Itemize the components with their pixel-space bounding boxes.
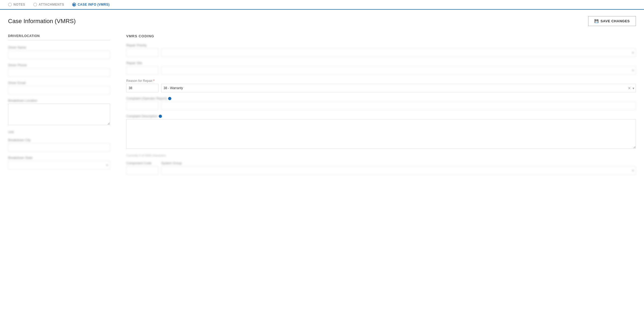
repair-site-group: Repair Site	[126, 61, 636, 75]
breakdown-location-label: Breakdown Location	[8, 99, 110, 103]
driver-name-label: Driver Name	[8, 46, 110, 49]
breakdown-state-field: Breakdown State	[8, 156, 110, 169]
reason-desc-controls: ✕ ▼	[628, 86, 635, 90]
breakdown-city-field: Breakdown City	[8, 138, 110, 152]
driver-email-field: Driver Email	[8, 81, 110, 94]
reason-for-repair-row: ✕ ▼	[126, 84, 636, 92]
complaint-operator-group: Complaint (Operator Report)	[126, 97, 636, 110]
repair-site-desc-select[interactable]	[161, 66, 636, 75]
breakdown-city-input[interactable]	[8, 143, 110, 152]
complaint-operator-info-dot	[168, 97, 171, 100]
save-changes-button[interactable]: 💾 SAVE CHANGES	[588, 16, 636, 26]
driver-location-section-title: DRIVER/LOCATION	[8, 34, 110, 40]
repair-priority-desc-select[interactable]	[161, 48, 636, 57]
repair-priority-code-wrapper	[126, 48, 158, 57]
driver-email-input[interactable]	[8, 86, 110, 94]
repair-priority-row	[126, 48, 636, 57]
repair-priority-label: Repair Priority	[126, 43, 636, 47]
breakdown-city-label: Breakdown City	[8, 138, 110, 142]
breakdown-state-label: Breakdown State	[8, 156, 110, 160]
page-header: Case Information (VMRS) 💾 SAVE CHANGES	[8, 16, 636, 26]
complaint-description-label: Complaint Description	[126, 114, 158, 118]
driver-phone-input[interactable]	[8, 68, 110, 77]
tab-attachments-radio	[33, 3, 37, 6]
complaint-description-group: Complaint Description	[126, 114, 636, 150]
tab-bar: NOTES ATTACHMENTS CASE INFO (VMRS)	[0, 0, 644, 10]
complaint-description-textarea[interactable]	[126, 119, 636, 149]
main-content: Case Information (VMRS) 💾 SAVE CHANGES D…	[0, 10, 644, 181]
char-count: Currently 0 of 5000 characters	[126, 154, 636, 157]
breakdown-location-field: Breakdown Location	[8, 99, 110, 126]
component-code-wrapper: Component Code	[126, 161, 158, 175]
system-group-select[interactable]	[161, 166, 636, 175]
page-title: Case Information (VMRS)	[8, 18, 76, 25]
reason-for-repair-group: Reason for Repair:* ✕ ▼	[126, 79, 636, 92]
complaint-operator-row	[126, 101, 636, 110]
vmrs-section-title: VMRS CODING	[126, 34, 636, 38]
breakdown-location-input[interactable]	[8, 104, 110, 125]
tab-attachments-label: ATTACHMENTS	[39, 3, 64, 6]
form-layout: DRIVER/LOCATION Driver Name Driver Phone…	[8, 34, 636, 175]
driver-name-input[interactable]	[8, 50, 110, 59]
breakdown-state-select[interactable]	[8, 161, 110, 169]
reason-code-wrapper	[126, 84, 158, 92]
component-code-label: Component Code	[126, 161, 158, 165]
reason-for-repair-label-text: Reason for Repair:	[126, 79, 153, 83]
tab-attachments[interactable]: ATTACHMENTS	[33, 3, 64, 9]
driver-name-field: Driver Name	[8, 46, 110, 59]
repair-priority-desc-wrapper	[161, 48, 636, 57]
driver-phone-field: Driver Phone	[8, 63, 110, 77]
save-changes-label: SAVE CHANGES	[600, 19, 630, 23]
repair-priority-group: Repair Priority	[126, 43, 636, 57]
reason-desc-wrapper: ✕ ▼	[161, 84, 636, 92]
complaint-operator-label: Complaint (Operator Report)	[126, 97, 167, 100]
complaint-operator-label-row: Complaint (Operator Report)	[126, 97, 636, 100]
complaint-operator-desc-input[interactable]	[161, 101, 636, 110]
reason-for-repair-code-input[interactable]	[126, 84, 158, 92]
tab-notes-label: NOTES	[13, 3, 25, 6]
repair-site-code-input[interactable]	[126, 66, 158, 75]
tab-case-info-label: CASE INFO (VMRS)	[78, 3, 110, 6]
tab-notes[interactable]: NOTES	[8, 3, 25, 9]
complaint-operator-desc-wrapper	[161, 101, 636, 110]
repair-site-desc-wrapper	[161, 66, 636, 75]
complaint-description-label-row: Complaint Description	[126, 114, 636, 118]
system-group-wrapper: System Group	[161, 161, 636, 175]
unit-label: Unit	[8, 130, 110, 134]
component-code-input[interactable]	[126, 166, 158, 175]
repair-site-row	[126, 66, 636, 75]
tab-case-info[interactable]: CASE INFO (VMRS)	[72, 3, 110, 9]
repair-priority-code-input[interactable]	[126, 48, 158, 57]
right-panel: VMRS CODING Repair Priority Rep	[126, 34, 636, 175]
save-icon: 💾	[594, 19, 599, 23]
complaint-operator-code-input[interactable]	[126, 101, 158, 110]
clear-reason-button[interactable]: ✕	[628, 86, 631, 90]
component-system-row: Component Code System Group	[126, 161, 636, 175]
reason-for-repair-desc-input[interactable]	[161, 84, 636, 92]
repair-site-label: Repair Site	[126, 61, 636, 65]
complaint-description-info-dot	[159, 115, 162, 118]
reason-chevron-icon[interactable]: ▼	[632, 86, 635, 90]
left-panel: DRIVER/LOCATION Driver Name Driver Phone…	[8, 34, 110, 175]
required-indicator: *	[153, 79, 155, 83]
tab-case-info-radio	[72, 3, 76, 6]
reason-for-repair-label: Reason for Repair:*	[126, 79, 636, 83]
driver-phone-label: Driver Phone	[8, 63, 110, 67]
complaint-operator-code-wrapper	[126, 101, 158, 110]
repair-site-code-wrapper	[126, 66, 158, 75]
driver-email-label: Driver Email	[8, 81, 110, 85]
tab-notes-radio	[8, 3, 12, 6]
unit-field: Unit	[8, 130, 110, 134]
system-group-label: System Group	[161, 161, 636, 165]
